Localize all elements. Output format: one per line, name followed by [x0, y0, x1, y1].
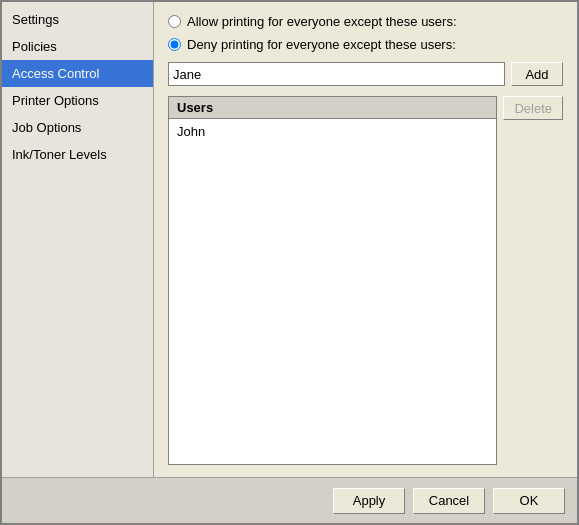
table-row[interactable]: John	[169, 121, 496, 142]
radio-allow[interactable]	[168, 15, 181, 28]
add-user-button[interactable]: Add	[511, 62, 563, 86]
content-area: Allow printing for everyone except these…	[154, 2, 577, 477]
apply-button[interactable]: Apply	[333, 488, 405, 514]
sidebar-item-printer-options[interactable]: Printer Options	[2, 87, 153, 114]
sidebar-item-access-control[interactable]: Access Control	[2, 60, 153, 87]
radio-deny[interactable]	[168, 38, 181, 51]
delete-user-button[interactable]: Delete	[503, 96, 563, 120]
sidebar-item-policies[interactable]: Policies	[2, 33, 153, 60]
delete-button-container: Delete	[503, 96, 563, 465]
sidebar: Settings Policies Access Control Printer…	[2, 2, 154, 477]
users-column-header: Users	[169, 97, 496, 119]
sidebar-item-ink-toner[interactable]: Ink/Toner Levels	[2, 141, 153, 168]
user-input-row: Add	[168, 62, 563, 86]
user-name-input[interactable]	[168, 62, 505, 86]
radio-group: Allow printing for everyone except these…	[168, 14, 563, 52]
radio-deny-row[interactable]: Deny printing for everyone except these …	[168, 37, 563, 52]
users-table: Users John	[168, 96, 497, 465]
users-section: Users John Delete	[168, 96, 563, 465]
radio-allow-row[interactable]: Allow printing for everyone except these…	[168, 14, 563, 29]
cancel-button[interactable]: Cancel	[413, 488, 485, 514]
radio-deny-label: Deny printing for everyone except these …	[187, 37, 456, 52]
ok-button[interactable]: OK	[493, 488, 565, 514]
users-table-body: John	[169, 119, 496, 464]
sidebar-item-job-options[interactable]: Job Options	[2, 114, 153, 141]
bottom-bar: Apply Cancel OK	[2, 477, 577, 523]
radio-allow-label: Allow printing for everyone except these…	[187, 14, 457, 29]
sidebar-item-settings[interactable]: Settings	[2, 6, 153, 33]
